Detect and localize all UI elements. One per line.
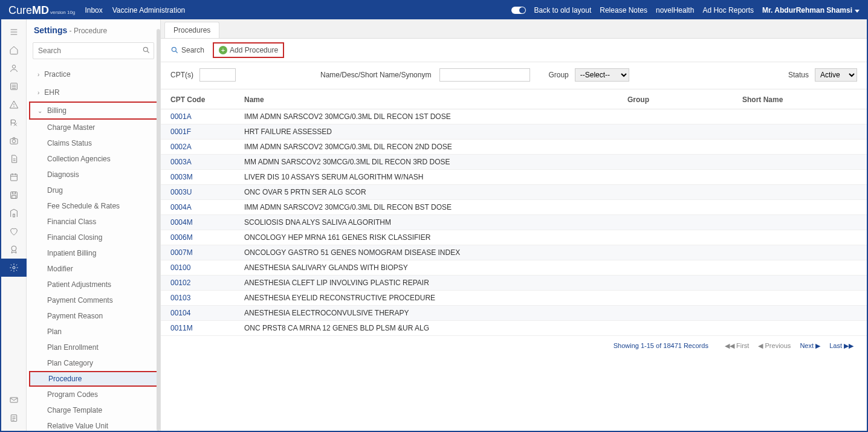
sidebar-item[interactable]: Procedure [29, 371, 158, 387]
sidebar-item[interactable]: Payment Comments [27, 292, 160, 308]
status-filter-select[interactable]: Active [815, 68, 857, 82]
sidebar-item[interactable]: Modifier [27, 261, 160, 277]
procedure-short [742, 127, 857, 136]
svg-rect-14 [10, 174, 17, 181]
pager-last[interactable]: Last ▶▶ [829, 342, 853, 349]
layout-toggle[interactable] [511, 7, 526, 14]
sidebar-item[interactable]: Plan Enrollment [27, 340, 160, 355]
procedure-name: ONCOLOGY HEP MRNA 161 GENES RISK CLASSIF… [244, 233, 627, 242]
table-row: 00100ANESTHESIA SALIVARY GLANDS WITH BIO… [161, 260, 867, 276]
calendar-icon[interactable] [1, 168, 27, 186]
sidebar-item[interactable]: Drug [27, 182, 160, 198]
cpt-code-link[interactable]: 0011M [170, 324, 193, 332]
sidebar-search-input[interactable] [33, 42, 154, 59]
nav-inbox[interactable]: Inbox [85, 6, 102, 15]
search-button[interactable]: Search [167, 44, 208, 57]
col-name[interactable]: Name [244, 95, 627, 104]
cpt-code-link[interactable]: 0003A [170, 158, 192, 166]
add-procedure-button[interactable]: + Add Procedure [213, 42, 284, 58]
table-row: 0002AIMM ADMN SARSCOV2 30MCG/0.3ML DIL R… [161, 140, 867, 155]
user-menu[interactable]: Mr. AbdurRehman Shamsi [762, 6, 860, 15]
col-cpt-code[interactable]: CPT Code [170, 95, 244, 104]
home-icon[interactable] [1, 41, 27, 59]
search-icon[interactable] [142, 46, 151, 56]
tab-procedures[interactable]: Procedures [164, 22, 219, 38]
cpt-code-link[interactable]: 0007M [170, 248, 193, 257]
save-icon[interactable] [1, 186, 27, 204]
sidebar-item[interactable]: Patient Adjustments [27, 277, 160, 292]
menu-icon[interactable] [1, 23, 27, 41]
file-icon[interactable] [1, 150, 27, 168]
cpt-code-link[interactable]: 0004A [170, 203, 192, 211]
adhoc-reports-link[interactable]: Ad Hoc Reports [702, 6, 754, 15]
pager-prev[interactable]: ◀ Previous [758, 342, 791, 349]
building-icon[interactable] [1, 204, 27, 222]
sidebar-item[interactable]: Inpatient Billing [27, 245, 160, 261]
cpt-code-link[interactable]: 00102 [170, 279, 190, 287]
sidebar-item[interactable]: Plan [27, 324, 160, 340]
settings-icon[interactable] [1, 259, 27, 277]
cpt-code-link[interactable]: 0006M [170, 233, 193, 242]
chevron-down-icon [855, 10, 860, 13]
sidebar-item[interactable]: Relative Value Unit [27, 418, 160, 432]
rx-icon[interactable] [1, 114, 27, 132]
procedure-group [627, 263, 742, 272]
alert-icon[interactable] [1, 95, 27, 114]
sidebar-item[interactable]: Claims Status [27, 135, 160, 151]
sidebar-item[interactable]: Diagnosis [27, 167, 160, 182]
sidebar-item[interactable]: Plan Category [27, 355, 160, 371]
procedure-short [742, 188, 857, 196]
svg-point-22 [11, 246, 16, 251]
novelhealth-link[interactable]: novelHealth [656, 6, 694, 15]
sidebar-item[interactable]: Program Codes [27, 387, 160, 402]
cpt-code-link[interactable]: 00104 [170, 309, 190, 317]
cpts-input[interactable] [199, 68, 236, 82]
list-icon[interactable] [1, 77, 27, 95]
cpts-label: CPT(s) [170, 71, 193, 79]
pager-first[interactable]: ◀◀ First [725, 342, 749, 349]
chevron-down-icon: ⌄ [37, 108, 42, 114]
name-filter-input[interactable] [439, 68, 530, 82]
heart-icon[interactable] [1, 222, 27, 240]
table-row: 0007MONCOLOGY GASTRO 51 GENES NOMOGRAM D… [161, 245, 867, 260]
nav-vaccine-admin[interactable]: Vaccine Administration [112, 6, 186, 15]
cpt-code-link[interactable]: 00100 [170, 263, 190, 272]
note-icon[interactable] [1, 409, 27, 427]
cpt-code-link[interactable]: 0002A [170, 143, 192, 151]
nav-section-ehr[interactable]: ›EHR [27, 83, 160, 102]
nav-section-billing[interactable]: ⌄Billing [29, 102, 158, 120]
procedure-group [627, 173, 742, 181]
cpt-code-link[interactable]: 0004M [170, 218, 193, 227]
sidebar-item[interactable]: Payment Reason [27, 308, 160, 324]
mail-icon[interactable] [1, 391, 27, 409]
camera-icon[interactable] [1, 132, 27, 150]
nav-section-practice[interactable]: ›Practice [27, 65, 160, 83]
cpt-code-link[interactable]: 0003M [170, 173, 193, 181]
back-old-layout-link[interactable]: Back to old layout [534, 6, 592, 15]
col-group[interactable]: Group [627, 95, 742, 104]
col-short-name[interactable]: Short Name [742, 95, 857, 104]
cpt-code-link[interactable]: 0001A [170, 112, 192, 121]
cpt-code-link[interactable]: 00103 [170, 294, 190, 302]
sidebar-item[interactable]: Financial Class [27, 214, 160, 230]
procedure-name: ONC OVAR 5 PRTN SER ALG SCOR [244, 188, 627, 196]
page-subtitle: - Procedure [67, 27, 107, 35]
sidebar-item[interactable]: Charge Master [27, 120, 160, 135]
cpt-code-link[interactable]: 0003U [170, 188, 192, 196]
table-header: CPT Code Name Group Short Name [161, 89, 867, 109]
person-icon[interactable] [1, 59, 27, 77]
sidebar-item[interactable]: Collection Agencies [27, 151, 160, 167]
scrollbar[interactable] [157, 29, 160, 431]
pager-next[interactable]: Next ▶ [800, 342, 820, 349]
release-notes-link[interactable]: Release Notes [600, 6, 647, 15]
cpt-code-link[interactable]: 0001F [170, 127, 191, 136]
sidebar-item[interactable]: Fee Schedule & Rates [27, 198, 160, 214]
table-row: 00104ANESTHESIA ELECTROCONVULSIVE THERAP… [161, 306, 867, 321]
procedure-short [742, 309, 857, 317]
pagination: Showing 1-15 of 18471 Records ◀◀ First ◀… [161, 336, 867, 352]
badge-icon[interactable] [1, 240, 27, 259]
sidebar-item[interactable]: Financial Closing [27, 230, 160, 245]
sidebar-item[interactable]: Charge Template [27, 402, 160, 418]
procedure-group [627, 158, 742, 166]
group-filter-select[interactable]: --Select-- [575, 68, 629, 82]
